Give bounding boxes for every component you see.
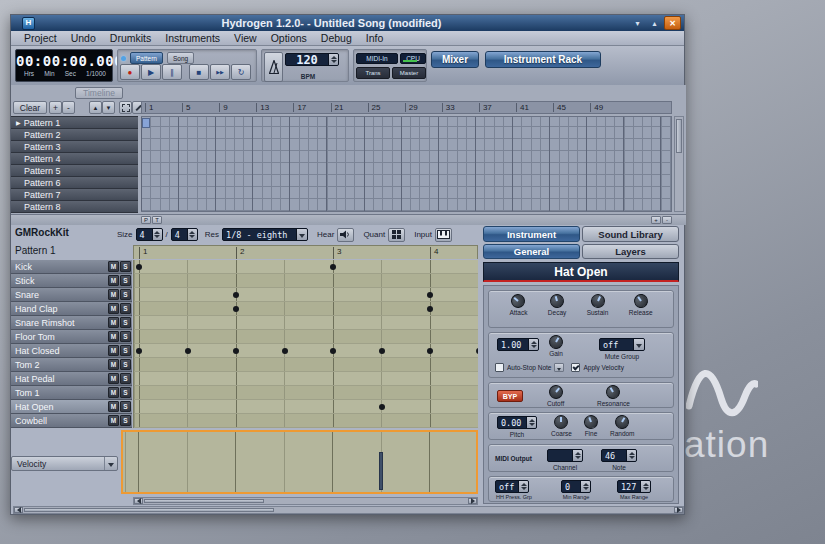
instrument-row[interactable]: Snare RimshotMS [11, 316, 132, 330]
note-dot[interactable] [427, 292, 433, 298]
transport-play-button[interactable]: ▶ [141, 64, 161, 80]
property-selector[interactable]: Velocity [11, 456, 118, 471]
pattern-list-item[interactable]: Pattern 6 [11, 177, 138, 189]
note-grid-row[interactable] [134, 274, 478, 288]
solo-button[interactable]: S [120, 401, 131, 412]
mute-button[interactable]: M [108, 303, 119, 314]
note-dot[interactable] [282, 348, 288, 354]
mute-button[interactable]: M [108, 415, 119, 426]
solo-button[interactable]: S [120, 373, 131, 384]
spinner-arrows[interactable] [528, 339, 538, 350]
instrument-row[interactable]: Hand ClapMS [11, 302, 132, 316]
velocity-lane[interactable] [121, 430, 478, 494]
pattern-list-item[interactable]: Pattern 2 [11, 129, 138, 141]
mute-button[interactable]: M [108, 387, 119, 398]
instrument-rack-button[interactable]: Instrument Rack [485, 51, 601, 68]
quantize-button[interactable] [388, 228, 405, 242]
menu-debug[interactable]: Debug [314, 32, 359, 44]
attack-knob[interactable] [509, 291, 529, 311]
input-mode-button[interactable] [435, 228, 452, 242]
pattern-list-item[interactable]: Pattern 3 [11, 141, 138, 153]
song-vertical-scrollbar[interactable] [674, 116, 684, 212]
min-range-spinner[interactable]: 0 [561, 480, 591, 493]
resonance-knob[interactable] [604, 382, 623, 401]
note-dot[interactable] [233, 306, 239, 312]
menu-view[interactable]: View [227, 32, 264, 44]
hh-pressure-group-spinner[interactable]: off [495, 480, 529, 493]
tab-instrument[interactable]: Instrument [483, 226, 580, 242]
mute-button[interactable]: M [108, 289, 119, 300]
select-mode-button[interactable] [119, 101, 132, 114]
solo-button[interactable]: S [120, 303, 131, 314]
solo-button[interactable]: S [120, 387, 131, 398]
spinner-arrows[interactable] [152, 229, 162, 240]
pattern-list-item[interactable]: Pattern 5 [11, 165, 138, 177]
song-grid[interactable] [141, 116, 672, 212]
solo-button[interactable]: S [120, 317, 131, 328]
footer-p-button[interactable]: P [141, 216, 151, 224]
transport-record-button[interactable]: ● [120, 64, 140, 80]
move-up-button[interactable]: ▲ [89, 101, 102, 114]
note-grid-row[interactable] [134, 414, 478, 428]
solo-button[interactable]: S [120, 275, 131, 286]
solo-button[interactable]: S [120, 345, 131, 356]
solo-button[interactable]: S [120, 261, 131, 272]
pitch-value-display[interactable]: 0.00 [497, 416, 537, 429]
scroll-left-arrow[interactable] [134, 498, 143, 504]
spinner-arrows[interactable] [187, 229, 197, 240]
midi-note-spinner[interactable]: 46 [601, 449, 637, 462]
scroll-right-arrow[interactable] [468, 498, 477, 504]
pattern-list-item[interactable]: Pattern 8 [11, 201, 138, 213]
menu-options[interactable]: Options [264, 32, 314, 44]
master-button[interactable]: Master [392, 67, 426, 79]
note-grid-row[interactable] [134, 330, 478, 344]
minimize-button[interactable]: ▾ [630, 17, 645, 29]
move-down-button[interactable]: ▼ [102, 101, 115, 114]
note-dot[interactable] [379, 348, 385, 354]
auto-stop-dropdown[interactable] [554, 363, 564, 372]
instrument-row[interactable]: SnareMS [11, 288, 132, 302]
size-denominator-spinner[interactable]: 4 [171, 228, 198, 241]
metronome-button[interactable] [264, 52, 283, 82]
note-dot[interactable] [427, 306, 433, 312]
pattern-mode-button[interactable]: Pattern [130, 52, 163, 64]
gain-knob[interactable] [546, 332, 565, 351]
instrument-row[interactable]: KickMS [11, 260, 132, 274]
spinner-arrows[interactable] [572, 450, 582, 461]
zoom-in-button[interactable]: + [651, 216, 661, 224]
note-dot[interactable] [379, 404, 385, 410]
note-grid-row[interactable] [134, 358, 478, 372]
random-knob[interactable] [613, 412, 632, 431]
auto-stop-checkbox[interactable] [495, 363, 504, 372]
add-pattern-button[interactable]: + [49, 101, 62, 114]
timeline-button[interactable]: Timeline [75, 87, 123, 99]
note-dot[interactable] [330, 264, 336, 270]
transport-pause-button[interactable]: ∥ [162, 64, 182, 80]
note-dot[interactable] [136, 264, 142, 270]
velocity-bar[interactable] [379, 452, 383, 490]
coarse-knob[interactable] [554, 415, 568, 429]
scrollbar-thumb[interactable] [144, 499, 264, 503]
menu-info[interactable]: Info [359, 32, 391, 44]
midi-channel-spinner[interactable] [547, 449, 583, 462]
bpm-spinner-arrows[interactable] [328, 54, 338, 65]
max-range-spinner[interactable]: 127 [617, 480, 651, 493]
note-grid-row[interactable] [134, 400, 478, 414]
mute-button[interactable]: M [108, 359, 119, 370]
menu-instruments[interactable]: Instruments [158, 32, 227, 44]
spinner-arrows[interactable] [518, 481, 528, 492]
gain-value-display[interactable]: 1.00 [497, 338, 539, 351]
note-dot[interactable] [476, 348, 479, 354]
transport-loop-button[interactable]: ↻ [231, 64, 251, 80]
fine-knob[interactable] [582, 413, 600, 431]
footer-t-button[interactable]: T [152, 216, 162, 224]
solo-button[interactable]: S [120, 331, 131, 342]
mixer-button[interactable]: Mixer [431, 51, 479, 68]
decay-knob[interactable] [548, 292, 565, 309]
mute-button[interactable]: M [108, 317, 119, 328]
bpm-spinner[interactable]: 120 [285, 53, 339, 66]
tab-layers[interactable]: Layers [582, 244, 679, 259]
clear-sequence-button[interactable]: Clear [13, 101, 47, 114]
mute-button[interactable]: M [108, 261, 119, 272]
mute-button[interactable]: M [108, 373, 119, 384]
